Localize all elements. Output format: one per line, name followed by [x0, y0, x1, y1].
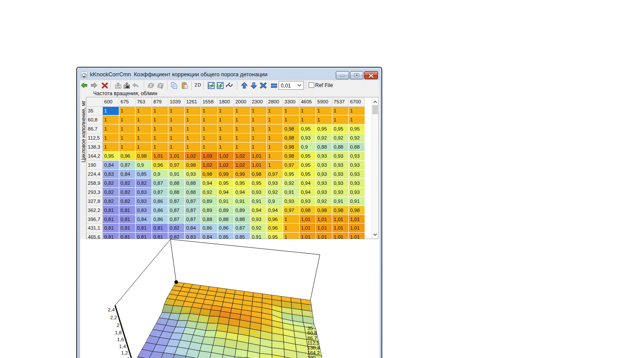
table-cell[interactable]: 0,87	[185, 205, 201, 215]
table-cell[interactable]: 1	[266, 161, 283, 170]
table-cell[interactable]: 1	[266, 115, 283, 125]
toolbar-decrease-button[interactable]	[250, 82, 257, 89]
table-cell[interactable]: 1	[152, 115, 168, 125]
table-cell[interactable]: 1	[168, 143, 185, 152]
table-cell[interactable]: 0,88	[332, 143, 349, 152]
table-cell[interactable]: 1,01	[332, 224, 349, 233]
table-cell[interactable]: 0,98	[201, 169, 217, 178]
table-cell[interactable]: 0,86	[152, 196, 168, 205]
table-cell[interactable]: 0,95	[316, 125, 332, 134]
table-cell[interactable]: 1	[266, 125, 283, 134]
table-cell[interactable]: 1,02	[201, 161, 217, 170]
table-cell[interactable]: 1	[349, 115, 365, 125]
table-cell[interactable]: 1	[299, 106, 316, 115]
table-cell[interactable]: 1,01	[168, 152, 185, 161]
table-cell[interactable]: 0,99	[217, 169, 234, 178]
toolbar-load-from-device-button[interactable]	[115, 82, 122, 89]
table-cell[interactable]: 0,98	[332, 205, 349, 215]
table-cell[interactable]: 1,01	[299, 215, 316, 224]
column-header[interactable]: 2800	[266, 97, 283, 106]
table-cell[interactable]: 0,86	[201, 224, 217, 233]
table-cell[interactable]: 0,93	[349, 161, 365, 170]
toolbar-undo-button[interactable]	[132, 82, 139, 89]
table-cell[interactable]: 0,82	[103, 196, 119, 205]
table-cell[interactable]: 1	[250, 125, 266, 134]
table-cell[interactable]: 1	[168, 125, 185, 134]
column-header[interactable]: 6700	[349, 97, 365, 106]
table-cell[interactable]: 0,87	[168, 196, 185, 205]
table-cell[interactable]: 0,9	[152, 169, 168, 178]
table-cell[interactable]: 0,89	[234, 205, 250, 215]
table-cell[interactable]: 1	[103, 106, 119, 115]
table-cell[interactable]: 0,95	[299, 161, 316, 170]
table-cell[interactable]: 0,82	[119, 178, 136, 187]
toolbar-save-to-device-button[interactable]	[123, 82, 130, 89]
table-cell[interactable]: 0,91	[168, 169, 185, 178]
table-cell[interactable]: 0,93	[299, 134, 316, 143]
toolbar-close-map-button[interactable]	[101, 82, 108, 89]
table-cell[interactable]: 0,83	[136, 196, 152, 205]
table-cell[interactable]: 0,92	[201, 187, 217, 196]
table-cell[interactable]: 1	[185, 134, 201, 143]
table-cell[interactable]: 0,97	[266, 169, 283, 178]
table-cell[interactable]: 0,96	[266, 215, 283, 224]
table-cell[interactable]: 0,88	[234, 215, 250, 224]
table-cell[interactable]: 0,83	[185, 233, 201, 239]
toolbar-copy-button[interactable]	[170, 82, 178, 89]
table-cell[interactable]: 1	[217, 134, 234, 143]
table-cell[interactable]: 0,93	[332, 169, 349, 178]
table-cell[interactable]: 0,91	[234, 196, 250, 205]
table-cell[interactable]: 0,91	[250, 196, 266, 205]
table-cell[interactable]: 1	[234, 106, 250, 115]
table-cell[interactable]: 0,93	[299, 196, 316, 205]
table-cell[interactable]: 0,9	[299, 143, 316, 152]
table-cell[interactable]: 0,87	[234, 224, 250, 233]
table-cell[interactable]: 0,92	[266, 187, 283, 196]
row-header[interactable]: 431,1	[87, 224, 103, 233]
table-cell[interactable]: 1	[119, 143, 136, 152]
column-header[interactable]: 7537	[332, 97, 349, 106]
close-button[interactable]	[364, 71, 378, 79]
table-cell[interactable]: 0,93	[349, 152, 365, 161]
table-cell[interactable]: 0,93	[316, 169, 332, 178]
table-cell[interactable]: 1	[201, 115, 217, 125]
table-cell[interactable]: 0,93	[316, 152, 332, 161]
table-cell[interactable]: 0,93	[332, 187, 349, 196]
table-cell[interactable]: 0,92	[250, 224, 266, 233]
table-cell[interactable]: 1	[234, 125, 250, 134]
row-header[interactable]: 465,6	[87, 233, 103, 239]
table-cell[interactable]: 1	[136, 143, 152, 152]
table-cell[interactable]: 0,94	[217, 187, 234, 196]
table-cell[interactable]: 1,01	[299, 224, 316, 233]
table-cell[interactable]: 0,87	[185, 215, 201, 224]
table-cell[interactable]: 1,02	[234, 161, 250, 170]
table-cell[interactable]: 0,97	[283, 205, 299, 215]
table-cell[interactable]: 0,84	[136, 215, 152, 224]
table-cell[interactable]: 0,98	[283, 125, 299, 134]
table-cell[interactable]: 0,86	[152, 205, 168, 215]
column-header[interactable]: 1039	[168, 97, 185, 106]
row-header[interactable]: 164,2	[87, 152, 103, 161]
table-cell[interactable]: 0,94	[234, 187, 250, 196]
row-header[interactable]: 190	[87, 161, 103, 170]
table-cell[interactable]: 0,88	[217, 215, 234, 224]
column-header[interactable]: 2300	[250, 97, 266, 106]
table-cell[interactable]: 0,85	[136, 169, 152, 178]
table-cell[interactable]: 0,91	[217, 196, 234, 205]
table-grid[interactable]: 6006757638791039126115581800200023002800…	[87, 97, 365, 239]
table-cell[interactable]: 1	[217, 106, 234, 115]
maximize-button[interactable]	[350, 71, 363, 79]
table-cell[interactable]: 1	[103, 115, 119, 125]
table-cell[interactable]: 1,02	[217, 161, 234, 170]
table-cell[interactable]: 0,81	[119, 205, 136, 215]
table-cell[interactable]: 1	[283, 233, 299, 239]
table-cell[interactable]: 1,01	[316, 215, 332, 224]
table-cell[interactable]: 1	[103, 143, 119, 152]
table-cell[interactable]: 0,86	[152, 215, 168, 224]
table-cell[interactable]: 0,94	[299, 187, 316, 196]
table-cell[interactable]: 1	[266, 134, 283, 143]
table-cell[interactable]: 0,93	[332, 161, 349, 170]
table-cell[interactable]: 0,9	[136, 161, 152, 170]
table-cell[interactable]: 1	[316, 106, 332, 115]
table-cell[interactable]: 1	[136, 134, 152, 143]
